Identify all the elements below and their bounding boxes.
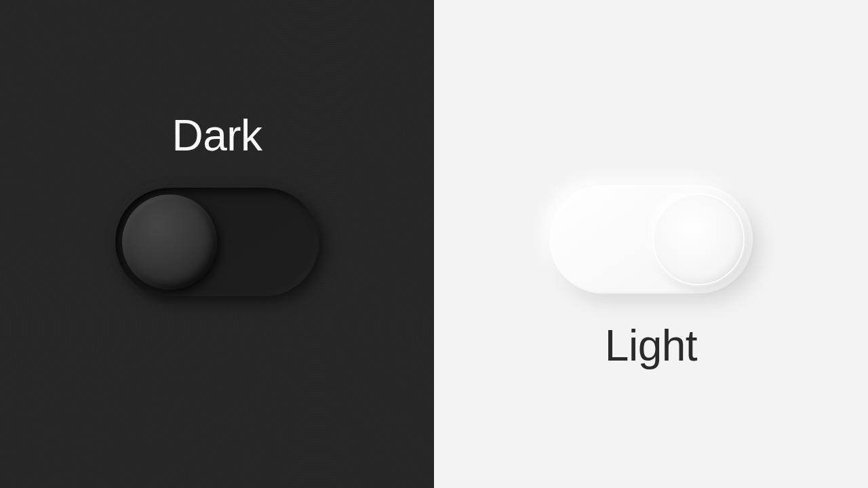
light-label: Light [605, 321, 697, 371]
dark-mode-toggle[interactable] [115, 188, 319, 296]
light-mode-toggle[interactable] [549, 185, 753, 293]
toggle-knob-icon [122, 195, 217, 289]
light-theme-panel: Light [434, 0, 868, 488]
dark-label: Dark [172, 110, 262, 161]
dark-theme-panel: Dark [0, 0, 434, 488]
toggle-knob-icon [651, 192, 746, 287]
